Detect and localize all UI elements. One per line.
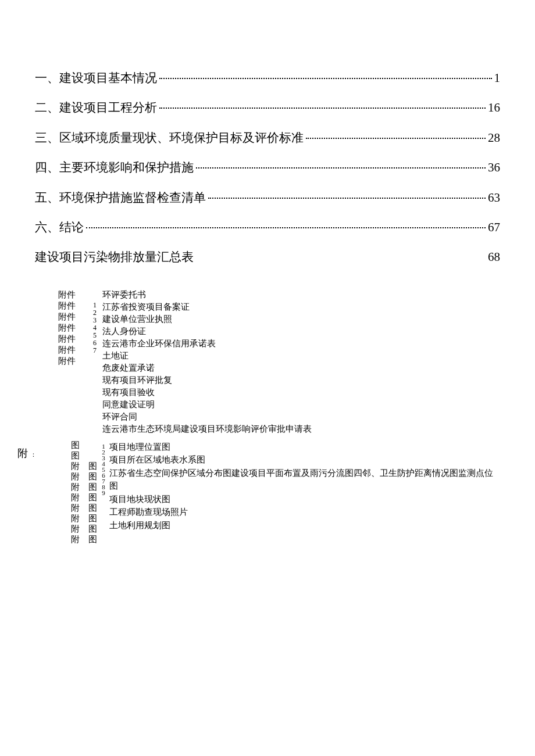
figure-sublabel: 图	[88, 472, 99, 482]
figure-item: 工程师勘查现场照片	[109, 506, 500, 519]
figures-header: 附 ：	[17, 446, 38, 460]
toc-entry: 三、区域环境质量现状、环境保护目标及评价标准 28	[35, 130, 500, 146]
figures-section: 附 ： 图 图 附 附 附 附 附 附 附 附 图 图 图 图	[35, 440, 500, 545]
attachment-numbers: 1234567	[91, 289, 99, 354]
toc-entry: 建设项目污染物排放量汇总表 68	[35, 249, 500, 266]
attachment-items-column: 环评委托书 江苏省投资项目备案证 建设单位营业执照 法人身份证 连云港市企业环保…	[99, 289, 500, 436]
figure-sublabel: 图	[88, 493, 99, 503]
figure-label: 附	[71, 493, 88, 503]
toc-entry: 一、建设项目基本情况 1	[35, 70, 500, 87]
figure-label: 附	[71, 472, 88, 482]
figure-label: 图	[71, 440, 88, 451]
figures-header-sub: ：	[29, 450, 38, 456]
figure-label: 附	[71, 482, 88, 493]
figure-label: 图	[71, 451, 88, 461]
toc-entry: 四、主要环境影响和保护措施 36	[35, 159, 500, 176]
figure-sublabel	[88, 451, 99, 461]
attachment-item: 建设单位营业执照	[102, 314, 500, 326]
attachment-label: 附件	[58, 356, 91, 367]
figure-item: 项目所在区域地表水系图	[109, 453, 500, 467]
toc-label: 二、建设项目工程分析	[35, 99, 157, 116]
attachment-item: 现有项目验收	[102, 387, 500, 399]
toc-page: 16	[488, 99, 500, 116]
toc-page: 28	[488, 130, 500, 146]
attachment-label-column: 附件 附件 附件 附件 附件 附件 附件	[58, 289, 91, 367]
figure-label: 附	[71, 461, 88, 472]
figure-label: 附	[71, 514, 88, 524]
attachment-label: 附件	[58, 289, 91, 300]
figure-item: 江苏省生态空间保护区域分布图建设项目平面布置及雨污分流图四邻、卫生防护距离情况图…	[109, 467, 500, 493]
figure-sublabel	[88, 440, 99, 451]
figure-sublabel: 图	[88, 524, 99, 535]
toc-entry: 二、建设项目工程分析 16	[35, 99, 500, 116]
toc-entry: 五、环境保护措施监督检查清单 63	[35, 189, 500, 206]
toc-page: 63	[488, 189, 500, 206]
figure-sublabel: 图	[88, 535, 99, 545]
toc-label: 四、主要环境影响和保护措施	[35, 159, 194, 176]
attachment-item: 连云港市企业环保信用承诺表	[102, 338, 500, 350]
attachment-item: 环评合同	[102, 411, 500, 424]
figure-sublabel-column: 图 图 图 图 图 图 图 图	[88, 440, 99, 545]
attachment-label: 附件	[58, 345, 91, 356]
attachment-item: 连云港市生态环境局建设项目环境影响评价审批申请表	[102, 424, 500, 436]
toc-label: 三、区域环境质量现状、环境保护目标及评价标准	[35, 130, 304, 146]
attachment-label: 附件	[58, 300, 91, 311]
attachment-label: 附件	[58, 311, 91, 323]
figure-item: 项目地块现状图	[109, 493, 500, 506]
figures-header-main: 附	[17, 446, 28, 460]
toc-label: 建设项目污染物排放量汇总表	[35, 249, 194, 266]
figure-item: 土地利用规划图	[109, 519, 500, 532]
attachments-section: 附件 附件 附件 附件 附件 附件 附件 1234567 环评委托书 江苏省投资…	[35, 289, 500, 436]
figure-numbers: 123456789	[99, 440, 107, 545]
toc-entry: 六、结论 67	[35, 219, 500, 236]
figure-sublabel: 图	[88, 503, 99, 514]
attachment-item: 现有项目环评批复	[102, 375, 500, 387]
toc-label: 六、结论	[35, 219, 84, 236]
toc-dots	[208, 187, 486, 199]
figure-label: 附	[71, 535, 88, 545]
attachment-item: 江苏省投资项目备案证	[102, 302, 500, 314]
attachment-item: 同意建设证明	[102, 399, 500, 411]
toc-page: 1	[494, 70, 501, 87]
figure-items-column: 项目地理位置图 项目所在区域地表水系图 江苏省生态空间保护区域分布图建设项目平面…	[107, 440, 500, 545]
toc-dots	[159, 96, 486, 109]
toc-dots	[306, 127, 486, 139]
document-page: 一、建设项目基本情况 1 二、建设项目工程分析 16 三、区域环境质量现状、环境…	[0, 0, 535, 580]
attachment-item: 环评委托书	[102, 289, 500, 302]
attachment-label: 附件	[58, 334, 91, 345]
toc-page: 67	[488, 219, 500, 236]
figure-label: 附	[71, 503, 88, 514]
toc-dots	[86, 216, 486, 228]
attachment-item: 危废处置承诺	[102, 363, 500, 375]
figure-sublabel: 图	[88, 514, 99, 524]
toc-dots	[159, 67, 492, 79]
figure-label: 附	[71, 524, 88, 535]
attachment-item: 法人身份证	[102, 326, 500, 338]
toc-label: 一、建设项目基本情况	[35, 70, 157, 87]
toc-dots	[196, 156, 486, 169]
table-of-contents: 一、建设项目基本情况 1 二、建设项目工程分析 16 三、区域环境质量现状、环境…	[35, 70, 500, 266]
figure-label-column: 图 图 附 附 附 附 附 附 附 附	[71, 440, 88, 545]
toc-label: 五、环境保护措施监督检查清单	[35, 189, 206, 206]
attachment-label: 附件	[58, 323, 91, 334]
figure-sublabel: 图	[88, 461, 99, 472]
figure-item: 项目地理位置图	[109, 440, 500, 454]
attachment-item: 土地证	[102, 350, 500, 363]
toc-page: 68	[488, 249, 500, 266]
figure-sublabel: 图	[88, 482, 99, 493]
toc-page: 36	[488, 159, 500, 176]
